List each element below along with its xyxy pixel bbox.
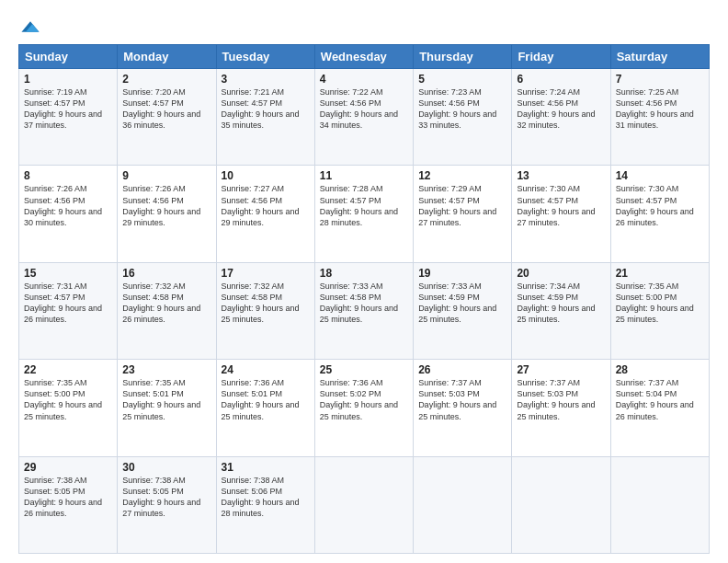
calendar-header-friday: Friday: [512, 45, 610, 69]
calendar-cell-8: 8Sunrise: 7:26 AM Sunset: 4:56 PM Daylig…: [19, 166, 118, 262]
calendar-cell-15: 15Sunrise: 7:31 AM Sunset: 4:57 PM Dayli…: [19, 262, 118, 359]
calendar-cell-31: 31Sunrise: 7:38 AM Sunset: 5:06 PM Dayli…: [216, 456, 314, 553]
calendar-cell-28: 28Sunrise: 7:37 AM Sunset: 5:04 PM Dayli…: [610, 360, 709, 456]
calendar-cell-9: 9Sunrise: 7:26 AM Sunset: 4:56 PM Daylig…: [118, 166, 216, 262]
calendar-cell-20: 20Sunrise: 7:34 AM Sunset: 4:59 PM Dayli…: [512, 262, 610, 359]
calendar-cell-7: 7Sunrise: 7:25 AM Sunset: 4:56 PM Daylig…: [610, 69, 709, 166]
calendar-cell-29: 29Sunrise: 7:38 AM Sunset: 5:05 PM Dayli…: [19, 456, 118, 553]
calendar-header-sunday: Sunday: [19, 45, 118, 69]
calendar-cell-17: 17Sunrise: 7:32 AM Sunset: 4:58 PM Dayli…: [216, 262, 314, 359]
calendar-table: SundayMondayTuesdayWednesdayThursdayFrid…: [18, 44, 710, 554]
calendar-cell-27: 27Sunrise: 7:37 AM Sunset: 5:03 PM Dayli…: [512, 360, 610, 456]
page: SundayMondayTuesdayWednesdayThursdayFrid…: [0, 0, 728, 563]
calendar-cell-19: 19Sunrise: 7:33 AM Sunset: 4:59 PM Dayli…: [414, 262, 512, 359]
calendar-cell-10: 10Sunrise: 7:27 AM Sunset: 4:56 PM Dayli…: [216, 166, 314, 262]
calendar-cell-empty-4-3: [314, 456, 413, 553]
calendar-week-2: 8Sunrise: 7:26 AM Sunset: 4:56 PM Daylig…: [19, 166, 710, 262]
calendar-cell-25: 25Sunrise: 7:36 AM Sunset: 5:02 PM Dayli…: [314, 360, 413, 456]
logo: [18, 17, 40, 35]
calendar-cell-4: 4Sunrise: 7:22 AM Sunset: 4:56 PM Daylig…: [314, 69, 413, 166]
calendar-cell-1: 1Sunrise: 7:19 AM Sunset: 4:57 PM Daylig…: [19, 69, 118, 166]
calendar-cell-22: 22Sunrise: 7:35 AM Sunset: 5:00 PM Dayli…: [19, 360, 118, 456]
calendar-header-row: SundayMondayTuesdayWednesdayThursdayFrid…: [19, 45, 710, 69]
calendar-cell-30: 30Sunrise: 7:38 AM Sunset: 5:05 PM Dayli…: [118, 456, 216, 553]
calendar-cell-11: 11Sunrise: 7:28 AM Sunset: 4:57 PM Dayli…: [314, 166, 413, 262]
calendar-header-monday: Monday: [118, 45, 216, 69]
calendar-week-5: 29Sunrise: 7:38 AM Sunset: 5:05 PM Dayli…: [19, 456, 710, 553]
calendar-header-wednesday: Wednesday: [314, 45, 413, 69]
header: [18, 17, 710, 35]
calendar-cell-5: 5Sunrise: 7:23 AM Sunset: 4:56 PM Daylig…: [414, 69, 512, 166]
calendar-header-tuesday: Tuesday: [216, 45, 314, 69]
calendar-cell-13: 13Sunrise: 7:30 AM Sunset: 4:57 PM Dayli…: [512, 166, 610, 262]
calendar-header-thursday: Thursday: [414, 45, 512, 69]
calendar-header-saturday: Saturday: [610, 45, 709, 69]
logo-icon: [20, 17, 40, 37]
calendar-cell-3: 3Sunrise: 7:21 AM Sunset: 4:57 PM Daylig…: [216, 69, 314, 166]
logo-text: [18, 17, 40, 37]
calendar-cell-23: 23Sunrise: 7:35 AM Sunset: 5:01 PM Dayli…: [118, 360, 216, 456]
calendar-cell-21: 21Sunrise: 7:35 AM Sunset: 5:00 PM Dayli…: [610, 262, 709, 359]
calendar-cell-2: 2Sunrise: 7:20 AM Sunset: 4:57 PM Daylig…: [118, 69, 216, 166]
calendar-cell-12: 12Sunrise: 7:29 AM Sunset: 4:57 PM Dayli…: [414, 166, 512, 262]
calendar-week-1: 1Sunrise: 7:19 AM Sunset: 4:57 PM Daylig…: [19, 69, 710, 166]
calendar-cell-14: 14Sunrise: 7:30 AM Sunset: 4:57 PM Dayli…: [610, 166, 709, 262]
calendar-week-4: 22Sunrise: 7:35 AM Sunset: 5:00 PM Dayli…: [19, 360, 710, 456]
calendar-cell-26: 26Sunrise: 7:37 AM Sunset: 5:03 PM Dayli…: [414, 360, 512, 456]
calendar-cell-16: 16Sunrise: 7:32 AM Sunset: 4:58 PM Dayli…: [118, 262, 216, 359]
calendar-cell-empty-4-4: [414, 456, 512, 553]
calendar-cell-empty-4-5: [512, 456, 610, 553]
calendar-cell-24: 24Sunrise: 7:36 AM Sunset: 5:01 PM Dayli…: [216, 360, 314, 456]
calendar-week-3: 15Sunrise: 7:31 AM Sunset: 4:57 PM Dayli…: [19, 262, 710, 359]
calendar-cell-18: 18Sunrise: 7:33 AM Sunset: 4:58 PM Dayli…: [314, 262, 413, 359]
calendar-cell-6: 6Sunrise: 7:24 AM Sunset: 4:56 PM Daylig…: [512, 69, 610, 166]
calendar-cell-empty-4-6: [610, 456, 709, 553]
